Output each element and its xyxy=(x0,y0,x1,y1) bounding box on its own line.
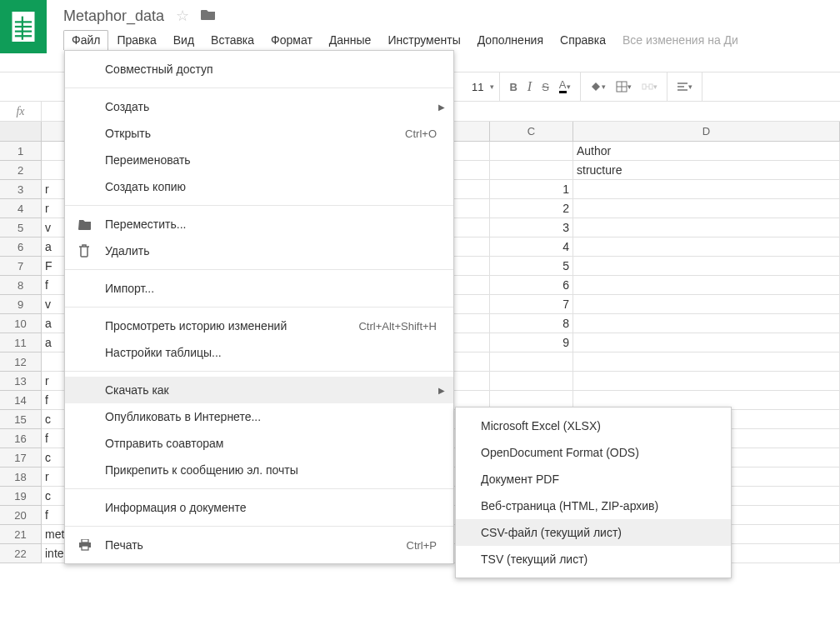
row-header[interactable]: 10 xyxy=(0,314,42,333)
file-menu-import[interactable]: Импорт... xyxy=(65,275,453,302)
row-header[interactable]: 20 xyxy=(0,506,42,525)
cell[interactable] xyxy=(490,372,573,391)
cell[interactable] xyxy=(573,180,840,199)
download-html[interactable]: Веб-страница (HTML, ZIP-архив) xyxy=(456,492,731,519)
cell[interactable]: structure xyxy=(573,161,840,180)
cell[interactable] xyxy=(573,352,840,372)
cell[interactable]: 3 xyxy=(490,218,573,238)
font-size-dropdown-icon[interactable]: ▾ xyxy=(490,82,494,91)
row-header[interactable]: 2 xyxy=(0,161,42,180)
font-size-value[interactable]: 11 xyxy=(472,81,488,93)
fx-label: fx xyxy=(0,102,42,121)
download-as-submenu: Microsoft Excel (XLSX) OpenDocument Form… xyxy=(455,407,732,578)
select-all-cell[interactable] xyxy=(0,122,42,142)
strikethrough-button[interactable]: S xyxy=(538,79,553,95)
file-menu-email-coauthors[interactable]: Отправить соавторам xyxy=(65,430,453,457)
row-header[interactable]: 19 xyxy=(0,487,42,506)
file-menu-share[interactable]: Совместный доступ xyxy=(65,56,453,82)
bold-button[interactable]: B xyxy=(505,79,521,95)
cell[interactable] xyxy=(573,333,840,352)
row-header[interactable]: 22 xyxy=(0,544,42,563)
menu-data[interactable]: Данные xyxy=(321,30,380,50)
row-header[interactable]: 7 xyxy=(0,257,42,276)
menu-format[interactable]: Формат xyxy=(262,30,321,50)
menu-edit[interactable]: Правка xyxy=(108,30,164,50)
file-menu-download-as[interactable]: Скачать как▶ xyxy=(65,377,453,403)
row-header[interactable]: 5 xyxy=(0,218,42,238)
cell[interactable] xyxy=(573,314,840,333)
cell[interactable] xyxy=(573,218,840,238)
folder-icon[interactable] xyxy=(201,8,216,23)
doc-title[interactable]: Metaphor_data xyxy=(63,8,164,25)
download-ods[interactable]: OpenDocument Format (ODS) xyxy=(456,439,731,466)
menu-view[interactable]: Вид xyxy=(165,30,202,50)
file-menu-email-attach[interactable]: Прикрепить к сообщению эл. почты xyxy=(65,457,453,483)
menu-addons[interactable]: Дополнения xyxy=(469,30,552,50)
cell[interactable]: 1 xyxy=(490,180,573,199)
row-header[interactable]: 17 xyxy=(0,448,42,468)
file-menu-move[interactable]: Переместить... xyxy=(65,211,453,238)
file-menu-open[interactable]: ОткрытьCtrl+O xyxy=(65,120,453,147)
svg-rect-9 xyxy=(642,84,646,89)
cell[interactable]: 9 xyxy=(490,333,573,352)
menu-tools[interactable]: Инструменты xyxy=(379,30,468,50)
menu-file[interactable]: Файл xyxy=(63,30,108,50)
file-menu-create[interactable]: Создать▶ xyxy=(65,93,453,120)
cell[interactable] xyxy=(573,372,840,391)
cell[interactable] xyxy=(490,161,573,180)
cell[interactable] xyxy=(573,199,840,218)
menu-help[interactable]: Справка xyxy=(552,30,614,50)
row-header[interactable]: 14 xyxy=(0,391,42,410)
download-csv[interactable]: CSV-файл (текущий лист) xyxy=(456,519,731,546)
sheets-logo[interactable] xyxy=(0,0,47,53)
cell[interactable] xyxy=(573,238,840,257)
star-icon[interactable]: ☆ xyxy=(176,7,189,25)
row-header[interactable]: 13 xyxy=(0,372,42,391)
text-color-button[interactable]: A ▾ xyxy=(555,78,575,95)
row-header[interactable]: 11 xyxy=(0,333,42,352)
file-menu-history[interactable]: Просмотреть историю измененийCtrl+Alt+Sh… xyxy=(65,312,453,339)
cell[interactable] xyxy=(573,295,840,314)
row-header[interactable]: 6 xyxy=(0,238,42,257)
fill-color-button[interactable]: ▾ xyxy=(586,79,610,94)
file-menu-copy[interactable]: Создать копию xyxy=(65,173,453,200)
download-pdf[interactable]: Документ PDF xyxy=(456,466,731,492)
merge-cells-button[interactable]: ▾ xyxy=(638,79,662,94)
file-menu-settings[interactable]: Настройки таблицы... xyxy=(65,339,453,366)
file-menu-rename[interactable]: Переименовать xyxy=(65,147,453,173)
row-header[interactable]: 15 xyxy=(0,410,42,429)
file-menu-doc-info[interactable]: Информация о документе xyxy=(65,494,453,521)
download-tsv[interactable]: TSV (текущий лист) xyxy=(456,546,731,572)
italic-button[interactable]: I xyxy=(523,78,536,96)
borders-button[interactable]: ▾ xyxy=(612,79,636,94)
row-header[interactable]: 21 xyxy=(0,525,42,544)
cell[interactable] xyxy=(573,257,840,276)
download-xlsx[interactable]: Microsoft Excel (XLSX) xyxy=(456,412,731,439)
row-header[interactable]: 9 xyxy=(0,295,42,314)
cell[interactable]: 2 xyxy=(490,199,573,218)
horizontal-align-button[interactable]: ▾ xyxy=(672,79,697,94)
cell[interactable] xyxy=(573,276,840,295)
cell[interactable]: 7 xyxy=(490,295,573,314)
col-header-d[interactable]: D xyxy=(573,122,840,142)
file-menu-delete[interactable]: Удалить xyxy=(65,238,453,264)
cell[interactable]: 5 xyxy=(490,257,573,276)
file-menu-print[interactable]: ПечатьCtrl+P xyxy=(65,532,453,558)
col-header-c[interactable]: C xyxy=(490,122,573,142)
row-header[interactable]: 3 xyxy=(0,180,42,199)
cell[interactable]: 4 xyxy=(490,238,573,257)
row-header[interactable]: 12 xyxy=(0,352,42,372)
row-header[interactable]: 18 xyxy=(0,468,42,487)
row-header[interactable]: 1 xyxy=(0,142,42,161)
row-header[interactable]: 4 xyxy=(0,199,42,218)
row-header[interactable]: 16 xyxy=(0,429,42,448)
menu-insert[interactable]: Вставка xyxy=(202,30,262,50)
cell[interactable] xyxy=(490,142,573,161)
cell[interactable]: 6 xyxy=(490,276,573,295)
svg-rect-5 xyxy=(22,17,23,40)
row-header[interactable]: 8 xyxy=(0,276,42,295)
cell[interactable] xyxy=(490,352,573,372)
cell[interactable]: Author xyxy=(573,142,840,161)
cell[interactable]: 8 xyxy=(490,314,573,333)
file-menu-publish[interactable]: Опубликовать в Интернете... xyxy=(65,403,453,430)
